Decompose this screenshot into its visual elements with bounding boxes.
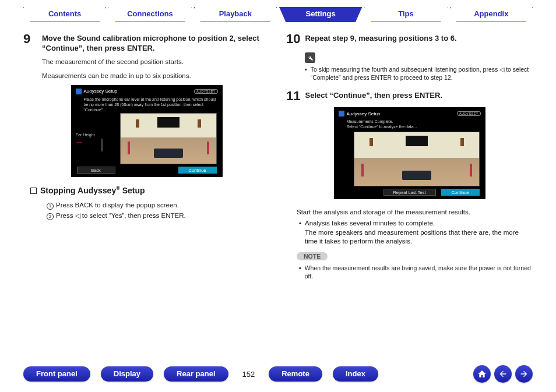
nav-rear-panel[interactable]: Rear panel — [164, 366, 228, 382]
home-button[interactable] — [473, 365, 491, 383]
on-screen-display-1: Audyssey Setup AUDYSSEY Place the microp… — [71, 85, 223, 177]
analysis-intro: Start the analysis and storage of the me… — [297, 207, 533, 217]
speaker-icon — [339, 111, 344, 116]
arrow-icon: ↔ — [76, 137, 84, 147]
step-10: 10 Repeat step 9, measuring positions 3 … — [286, 33, 533, 45]
nav-front-panel[interactable]: Front panel — [23, 366, 90, 382]
home-icon — [477, 369, 487, 379]
tab-settings[interactable]: Settings — [279, 7, 362, 22]
step-number: 11 — [286, 90, 300, 103]
osd-title: Audyssey Setup — [347, 111, 381, 116]
bullet-text: The more speakers and measurement positi… — [305, 229, 519, 245]
step-title: Select “Continue”, then press ENTER. — [305, 90, 442, 103]
note-text: When the measurement results are being s… — [305, 264, 533, 280]
left-column: 9 Move the Sound calibration microphone … — [23, 33, 270, 280]
square-bullet-icon — [30, 188, 37, 194]
analysis-bullet: • Analysis takes several minutes to comp… — [299, 219, 533, 246]
tab-contents[interactable]: Contents — [23, 7, 106, 22]
arrow-right-icon — [519, 369, 529, 379]
tab-playback[interactable]: Playback — [194, 7, 277, 22]
step-body-line: Measurements can be made in up to six po… — [42, 71, 270, 80]
list-item: Press ◁ to select “Yes”, then press ENTE… — [56, 212, 186, 219]
list-item: Press BACK to display the popup screen. — [56, 202, 179, 209]
bottom-nav: Front panel Display Rear panel 152 Remot… — [0, 365, 556, 383]
circled-number-icon: 1 — [47, 203, 54, 210]
heading-text-pre: Stopping Audyssey — [40, 186, 116, 195]
next-page-button[interactable] — [515, 365, 533, 383]
step-number: 10 — [286, 33, 300, 45]
prev-page-button[interactable] — [494, 365, 512, 383]
nav-index[interactable]: Index — [333, 366, 378, 382]
mic-diagram: Ear Height ↔ — [76, 133, 117, 162]
step-9: 9 Move the Sound calibration microphone … — [23, 33, 270, 54]
arrow-left-icon — [498, 369, 508, 379]
osd-title: Audyssey Setup — [84, 89, 118, 94]
nav-remote[interactable]: Remote — [269, 366, 322, 382]
bullet-icon: • — [305, 65, 307, 82]
bullet-text: Analysis takes several minutes to comple… — [305, 220, 435, 227]
tip-bullet: • To skip measuring the fourth and subse… — [305, 65, 533, 82]
bullet-icon: • — [299, 264, 301, 280]
audyssey-badge: AUDYSSEY — [194, 89, 218, 94]
ordered-list: 1Press BACK to display the popup screen.… — [47, 200, 270, 221]
room-illustration — [120, 113, 217, 164]
step-number: 9 — [23, 33, 37, 54]
on-screen-display-2: Audyssey Setup AUDYSSEY Measurements Com… — [334, 107, 485, 199]
top-tab-nav: Contents Connections Playback Settings T… — [0, 0, 556, 22]
registered-mark: ® — [116, 185, 120, 191]
osd-instruction-text: Measurements Complete. Select “Continue”… — [336, 118, 483, 132]
osd-continue-button: Continue — [178, 167, 217, 174]
nav-display[interactable]: Display — [101, 366, 153, 382]
circled-number-icon: 2 — [47, 213, 54, 220]
bullet-icon: • — [299, 219, 301, 246]
note-bullet: • When the measurement results are being… — [299, 264, 533, 280]
tip-text: To skip measuring the fourth and subsequ… — [311, 65, 533, 82]
tripod-icon — [93, 133, 113, 158]
ear-height-label: Ear Height — [76, 133, 95, 137]
osd-repeat-button: Repeat Last Test — [383, 189, 436, 196]
tab-appendix[interactable]: Appendix — [450, 7, 533, 22]
step-11: 11 Select “Continue”, then press ENTER. — [286, 90, 533, 103]
tab-tips[interactable]: Tips — [364, 7, 447, 22]
right-column: 10 Repeat step 9, measuring positions 3 … — [286, 33, 533, 280]
step-body-line: The measurement of the second position s… — [42, 57, 270, 66]
tab-connections[interactable]: Connections — [108, 7, 191, 22]
page-number: 152 — [239, 370, 259, 379]
step-title: Repeat step 9, measuring positions 3 to … — [305, 33, 456, 45]
audyssey-badge: AUDYSSEY — [457, 111, 481, 116]
osd-instruction-text: Place the microphone ear level at the 2n… — [73, 96, 220, 115]
note-label: NOTE — [297, 252, 328, 260]
room-illustration — [354, 132, 480, 186]
step-title: Move the Sound calibration microphone to… — [42, 33, 270, 54]
stopping-heading: Stopping Audyssey® Setup — [30, 185, 270, 195]
osd-back-button: Back — [77, 167, 115, 174]
osd-continue-button: Continue — [441, 189, 480, 196]
speaker-icon — [76, 89, 82, 94]
heading-text-suf: Setup — [120, 186, 145, 195]
wrench-icon — [305, 52, 315, 63]
